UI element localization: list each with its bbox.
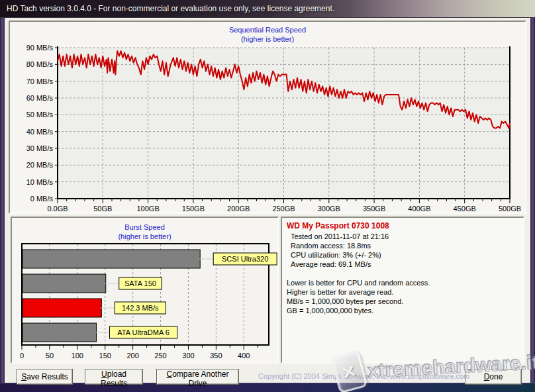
x-tick-label: 50GB (93, 205, 112, 213)
bar-label: SCSI Ultra320 (222, 255, 268, 263)
window-frame-left (0, 18, 5, 383)
sequential-chart-subtitle: (higher is better) (10, 35, 525, 43)
x-tick-label: 300GB (318, 205, 340, 213)
bar-label: 142.3 MB/s (122, 304, 159, 312)
x-tick-label: 150 (99, 352, 111, 360)
average-read-line: Average read: 69.1 MB/s (282, 260, 523, 269)
y-tick-label: 20 MB/s (26, 161, 54, 169)
burst-speed-panel: Burst Speed (higher is better) 050100150… (11, 217, 279, 364)
cpu-utilization-line: CPU utilization: 3% (+/- 2%) (282, 250, 523, 260)
window-frame-bottom (0, 383, 535, 392)
x-tick-label: 150GB (182, 205, 205, 213)
y-tick-label: 90 MB/s (26, 44, 54, 52)
x-tick-label: 50 (46, 352, 54, 360)
burst-chart-title: Burst Speed (12, 223, 277, 231)
note-line: Higher is better for average read. (282, 287, 523, 297)
note-line: MB/s = 1,000,000 bytes per second. (282, 297, 523, 306)
x-tick-label: 350GB (363, 205, 385, 213)
burst-bar (23, 250, 200, 268)
save-results-button[interactable]: Save Results (17, 369, 73, 385)
y-tick-label: 70 MB/s (26, 77, 54, 85)
title-bar[interactable]: HD Tach version 3.0.4.0 - For non-commer… (0, 0, 535, 18)
x-tick-label: 300 (182, 352, 194, 360)
sequential-chart-title: Sequential Read Speed (10, 26, 525, 34)
x-tick-label: 450GB (454, 205, 476, 213)
x-tick-label: 200 (126, 352, 138, 360)
x-tick-label: 200GB (227, 205, 250, 213)
y-tick-label: 80 MB/s (26, 60, 54, 68)
y-tick-label: 30 MB/s (26, 144, 54, 152)
x-tick-label: 500GB (499, 205, 521, 213)
y-tick-label: 50 MB/s (26, 111, 54, 119)
info-notes: Lower is better for CPU and random acces… (282, 278, 523, 315)
y-tick-label: 60 MB/s (26, 94, 54, 102)
note-line: Lower is better for CPU and random acces… (282, 278, 523, 287)
compare-another-drive-button[interactable]: Compare Another Drive (156, 369, 239, 385)
upload-results-button[interactable]: Upload Results (85, 369, 143, 385)
sequential-read-panel: Sequential Read Speed (higher is better)… (9, 21, 526, 214)
window-content: Sequential Read Speed (higher is better)… (5, 18, 530, 383)
results-info-panel: WD My Passport 0730 1008 Tested on 2011-… (281, 217, 524, 364)
bar-label: SATA 150 (124, 279, 156, 287)
x-tick-label: 0 (20, 352, 24, 360)
copyright-text: Copyright (C) 2004 Simpli Software, Inc.… (258, 372, 470, 380)
x-tick-label: 100GB (136, 205, 159, 213)
x-tick-label: 350 (210, 352, 222, 360)
window-title: HD Tach version 3.0.4.0 - For non-commer… (7, 4, 334, 13)
y-tick-label: 40 MB/s (26, 128, 54, 136)
y-tick-label: 10 MB/s (26, 178, 54, 186)
x-tick-label: 0.0GB (47, 205, 68, 213)
sequential-read-chart: 90 MB/s80 MB/s70 MB/s60 MB/s50 MB/s40 MB… (10, 22, 525, 213)
bar-label: ATA UltraDMA 6 (117, 328, 169, 336)
x-tick-label: 250GB (272, 205, 295, 213)
burst-bar (23, 323, 96, 342)
note-line: GB = 1,000,000,000 bytes. (282, 306, 523, 315)
x-tick-label: 400 (238, 352, 250, 360)
burst-bar (23, 299, 101, 317)
x-tick-label: 100 (72, 352, 83, 360)
window-frame-right (530, 18, 535, 383)
y-tick-label: 0 MB/s (30, 195, 54, 203)
hd-tach-window: HD Tach version 3.0.4.0 - For non-commer… (0, 0, 535, 392)
burst-chart-subtitle: (higher is better) (12, 232, 277, 240)
x-tick-label: 250 (154, 352, 166, 360)
tested-on-line: Tested on 2011-11-07 at 21:16 (282, 232, 523, 241)
drive-name: WD My Passport 0730 1008 (282, 218, 523, 232)
random-access-line: Random access: 18.8ms (282, 241, 523, 250)
x-tick-label: 400GB (408, 205, 430, 213)
burst-bar (23, 274, 106, 293)
done-button[interactable]: Done (465, 369, 522, 385)
